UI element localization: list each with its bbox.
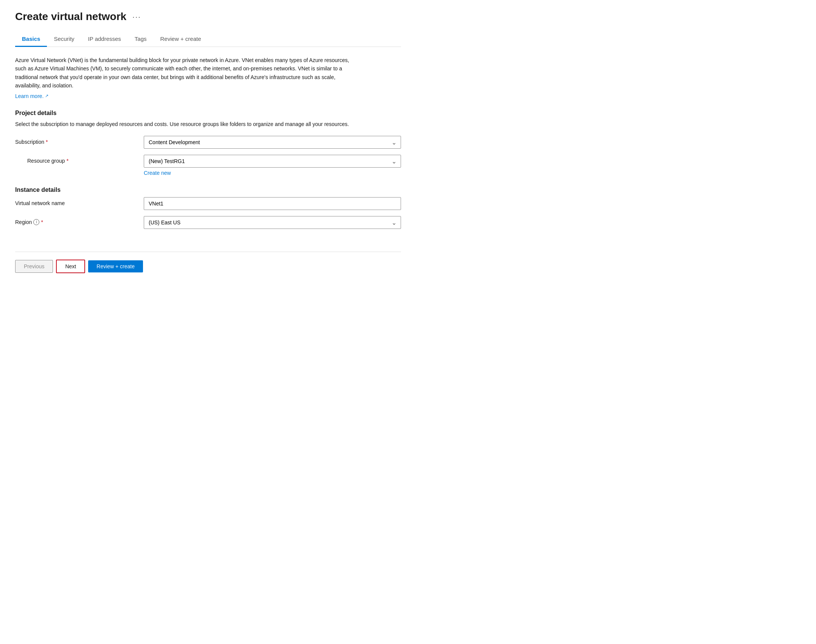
vnet-name-control bbox=[144, 197, 401, 210]
more-options-icon[interactable]: ··· bbox=[132, 12, 141, 21]
project-details-section: Project details Select the subscription … bbox=[15, 110, 401, 176]
review-create-button[interactable]: Review + create bbox=[88, 260, 143, 272]
subscription-required-star: * bbox=[46, 139, 48, 145]
region-info-icon[interactable]: i bbox=[33, 219, 39, 225]
tab-basics[interactable]: Basics bbox=[15, 32, 47, 47]
tab-review-create[interactable]: Review + create bbox=[154, 32, 208, 47]
subscription-row: Subscription * Content Development bbox=[15, 136, 401, 149]
subscription-label: Subscription * bbox=[15, 136, 144, 145]
tab-tags[interactable]: Tags bbox=[128, 32, 154, 47]
region-label: Region i * bbox=[15, 216, 144, 225]
resource-group-required-star: * bbox=[67, 158, 68, 164]
subscription-select[interactable]: Content Development bbox=[144, 136, 401, 149]
region-dropdown-wrapper: (US) East US bbox=[144, 216, 401, 229]
tab-security[interactable]: Security bbox=[47, 32, 81, 47]
vnet-name-row: Virtual network name bbox=[15, 197, 401, 210]
resource-group-control: (New) TestRG1 Create new bbox=[144, 155, 401, 176]
learn-more-link[interactable]: Learn more. ↗ bbox=[15, 93, 48, 99]
tab-bar: Basics Security IP addresses Tags Review… bbox=[15, 32, 401, 47]
project-details-title: Project details bbox=[15, 110, 401, 117]
region-required-star: * bbox=[41, 219, 43, 225]
vnet-name-input[interactable] bbox=[144, 197, 401, 210]
tab-ip-addresses[interactable]: IP addresses bbox=[81, 32, 128, 47]
previous-button[interactable]: Previous bbox=[15, 260, 53, 273]
subscription-control: Content Development bbox=[144, 136, 401, 149]
vnet-name-label: Virtual network name bbox=[15, 197, 144, 206]
resource-group-row: Resource group * (New) TestRG1 Create ne… bbox=[15, 155, 401, 176]
resource-group-label: Resource group * bbox=[15, 155, 144, 164]
resource-group-dropdown-wrapper: (New) TestRG1 bbox=[144, 155, 401, 168]
region-select[interactable]: (US) East US bbox=[144, 216, 401, 229]
project-details-description: Select the subscription to manage deploy… bbox=[15, 120, 356, 128]
region-row: Region i * (US) East US bbox=[15, 216, 401, 229]
page-header: Create virtual network ··· bbox=[15, 11, 401, 23]
page-title: Create virtual network bbox=[15, 11, 126, 23]
region-control: (US) East US bbox=[144, 216, 401, 229]
external-link-icon: ↗ bbox=[45, 93, 48, 98]
create-new-link[interactable]: Create new bbox=[144, 170, 171, 176]
subscription-dropdown-wrapper: Content Development bbox=[144, 136, 401, 149]
instance-details-section: Instance details Virtual network name Re… bbox=[15, 187, 401, 229]
next-button[interactable]: Next bbox=[56, 260, 85, 273]
resource-group-select[interactable]: (New) TestRG1 bbox=[144, 155, 401, 168]
instance-details-title: Instance details bbox=[15, 187, 401, 193]
footer-bar: Previous Next Review + create bbox=[15, 252, 401, 281]
vnet-description: Azure Virtual Network (VNet) is the fund… bbox=[15, 56, 356, 90]
